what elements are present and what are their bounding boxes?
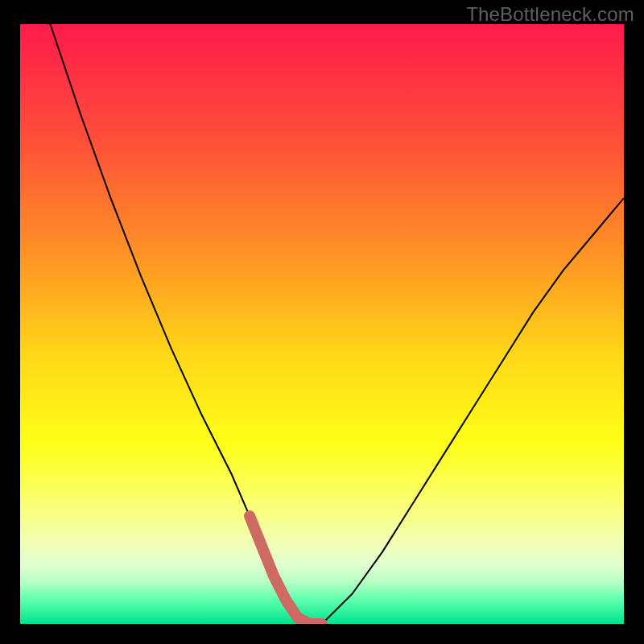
plot-area	[20, 24, 624, 624]
gradient-background	[20, 24, 624, 624]
chart-svg	[20, 24, 624, 624]
chart-frame: TheBottleneck.com	[0, 0, 644, 644]
watermark-text: TheBottleneck.com	[466, 3, 634, 26]
